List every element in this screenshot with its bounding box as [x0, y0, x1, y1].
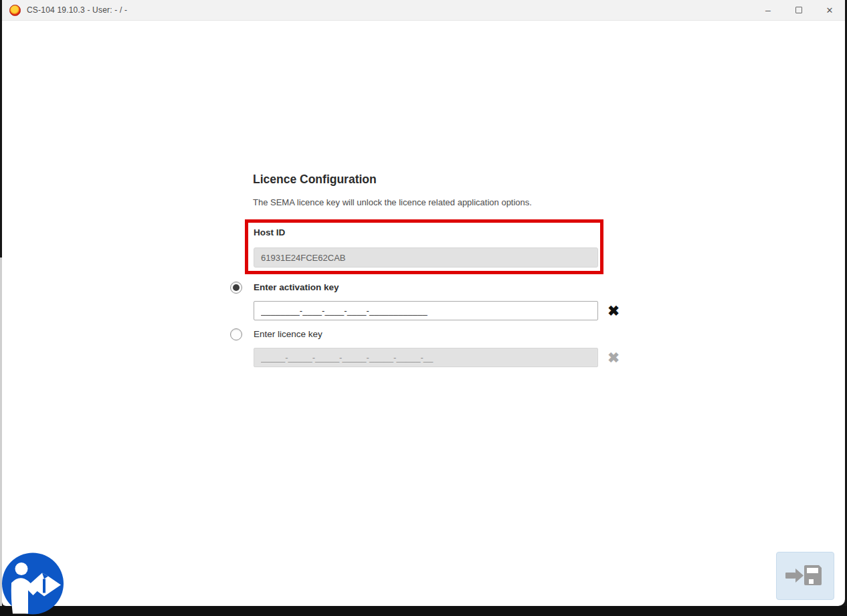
hostid-field [254, 247, 598, 268]
activation-key-clear-button[interactable]: ✖ [605, 301, 622, 320]
close-icon: ✕ [826, 5, 834, 15]
caption-buttons: – ✕ [753, 0, 845, 21]
read-manual-button[interactable] [1, 551, 64, 616]
licence-key-input [254, 348, 598, 367]
licence-key-label: Enter licence key [254, 329, 322, 339]
read-manual-icon [1, 551, 64, 616]
maximize-icon [795, 7, 802, 13]
page-title: Licence Configuration [253, 173, 377, 187]
clear-x-icon: ✖ [607, 350, 620, 366]
desktop: CS-104 19.10.3 - User: - / - – ✕ Licence… [0, 0, 847, 616]
bottom-bar [0, 606, 847, 616]
activation-key-label: Enter activation key [254, 282, 339, 292]
titlebar: CS-104 19.10.3 - User: - / - – ✕ [2, 0, 845, 21]
save-continue-button[interactable] [776, 552, 834, 600]
activation-key-radio[interactable] [230, 282, 242, 294]
app-window: CS-104 19.10.3 - User: - / - – ✕ Licence… [2, 0, 845, 606]
activation-key-input[interactable] [254, 301, 598, 320]
maximize-button[interactable] [783, 0, 814, 21]
save-continue-icon [785, 561, 826, 591]
page-description: The SEMA licence key will unlock the lic… [253, 197, 532, 207]
hostid-label: Host ID [254, 227, 285, 237]
clear-x-icon: ✖ [607, 303, 620, 319]
hostid-highlight-box: Host ID [245, 219, 603, 274]
licence-key-clear-button: ✖ [605, 348, 622, 367]
sema-logo-icon [9, 5, 21, 16]
minimize-icon: – [765, 7, 771, 13]
window-title: CS-104 19.10.3 - User: - / - [27, 5, 127, 15]
minimize-button[interactable]: – [753, 0, 783, 21]
close-button[interactable]: ✕ [814, 0, 845, 21]
licence-key-radio[interactable] [230, 328, 242, 340]
